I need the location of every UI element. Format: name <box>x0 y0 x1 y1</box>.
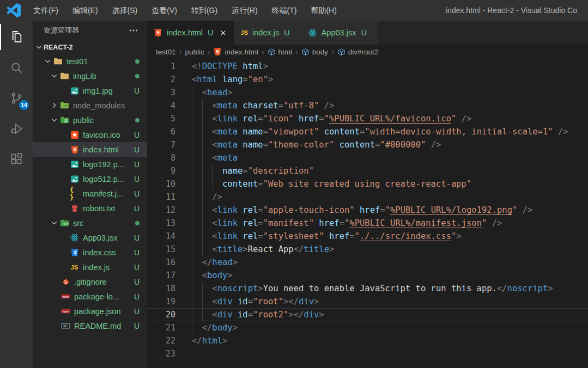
token[interactable]: = <box>258 114 263 124</box>
token[interactable]: charset <box>238 101 278 111</box>
code-line-22[interactable]: 22</html> <box>147 334 588 347</box>
code-line-3[interactable]: 3<head> <box>147 86 588 99</box>
token[interactable]: " <box>482 218 487 228</box>
token[interactable]: link <box>217 231 238 241</box>
token[interactable]: </ <box>202 323 213 333</box>
line-number[interactable]: 15 <box>147 243 175 256</box>
token[interactable]: /> <box>517 205 532 215</box>
tree-item-app03-jsx[interactable]: App03.jsxU <box>33 230 147 245</box>
code-line-20[interactable]: 20<div id="root2"></div> <box>147 308 588 321</box>
token[interactable]: = <box>319 114 324 124</box>
token[interactable]: href <box>324 231 350 241</box>
token[interactable]: = <box>248 310 253 320</box>
token[interactable]: href <box>314 218 340 228</box>
line-content[interactable]: <meta name="theme-color" content="#00000… <box>192 140 441 150</box>
token[interactable]: < <box>212 140 217 150</box>
token[interactable]: React App <box>248 244 294 254</box>
token[interactable]: < <box>212 127 217 137</box>
line-number[interactable]: 12 <box>147 204 175 217</box>
token[interactable]: body <box>212 323 232 333</box>
token[interactable]: = <box>263 140 268 150</box>
line-number[interactable]: 18 <box>147 282 175 295</box>
token[interactable]: /> <box>319 101 334 111</box>
chevron-down-icon[interactable] <box>50 72 59 81</box>
token[interactable]: "apple-touch-icon" <box>263 205 355 215</box>
breadcrumb-item-div-root2[interactable]: div#root2 <box>337 48 379 56</box>
line-content[interactable]: <link rel="apple-touch-icon" href="%PUBL… <box>192 205 532 215</box>
token[interactable]: = <box>375 140 380 150</box>
menu-go[interactable]: 转到(G) <box>184 0 225 21</box>
line-content[interactable]: <!DOCTYPE html> <box>192 62 268 71</box>
token[interactable]: = <box>340 218 344 228</box>
token[interactable]: < <box>202 88 207 97</box>
activity-extensions[interactable] <box>0 144 33 174</box>
token[interactable]: content <box>334 140 375 150</box>
token[interactable]: rel <box>238 218 258 228</box>
token[interactable]: " <box>512 205 517 215</box>
token[interactable]: > <box>227 271 232 280</box>
line-number[interactable]: 22 <box>147 334 175 347</box>
token[interactable]: /> <box>212 192 222 202</box>
code-line-6[interactable]: 6<meta name="viewport" content="width=de… <box>147 125 588 138</box>
line-number[interactable]: 23 <box>147 347 175 360</box>
token[interactable]: html <box>238 62 263 71</box>
token[interactable]: You need to enable JavaScript to run thi… <box>263 284 497 293</box>
token[interactable]: id <box>233 297 248 306</box>
token[interactable]: "viewport" <box>268 127 319 137</box>
line-content[interactable]: <noscript>You need to enable JavaScript … <box>192 284 553 293</box>
token[interactable]: /> <box>426 140 441 150</box>
menu-selection[interactable]: 选择(S) <box>105 0 145 21</box>
token[interactable]: " <box>385 205 390 215</box>
tree-item-package-lo-[interactable]: npmpackage-lo...U <box>33 289 147 304</box>
token[interactable]: = <box>258 231 263 241</box>
token[interactable]: > <box>233 257 238 267</box>
token[interactable]: meta <box>217 140 238 150</box>
token[interactable]: <! <box>192 62 202 71</box>
token[interactable]: </ <box>202 257 213 267</box>
token[interactable]: div <box>299 297 314 306</box>
token[interactable]: < <box>212 101 217 111</box>
token[interactable]: noscript <box>217 284 258 293</box>
code-line-14[interactable]: 14<link rel="stylesheet" href="./../src/… <box>147 230 588 243</box>
line-number[interactable]: 5 <box>147 112 175 125</box>
token[interactable]: name <box>238 127 263 137</box>
token[interactable]: > <box>268 75 273 84</box>
chevron-down-icon[interactable] <box>50 116 59 125</box>
line-number[interactable]: 8 <box>147 151 175 164</box>
code-line-8[interactable]: 8<meta <box>147 151 588 164</box>
activity-search[interactable] <box>0 52 33 83</box>
token[interactable]: head <box>207 88 227 97</box>
line-content[interactable]: content="Web site created using create-r… <box>192 179 471 189</box>
token[interactable]: content <box>222 179 258 189</box>
token[interactable]: > <box>243 244 247 254</box>
tree-item-package-json[interactable]: npmpackage.jsonU <box>33 304 147 318</box>
token[interactable]: < <box>212 284 217 293</box>
code-line-13[interactable]: 13<link rel="manifest" href="%PUBLIC_URL… <box>147 217 588 230</box>
token[interactable]: DOCTYPE <box>202 62 238 71</box>
line-number[interactable]: 21 <box>147 321 175 334</box>
token[interactable]: div <box>304 310 319 320</box>
token[interactable]: /> <box>553 127 568 137</box>
token[interactable]: content <box>319 127 360 137</box>
token[interactable]: = <box>263 127 268 137</box>
token[interactable]: "theme-color" <box>268 140 334 150</box>
tree-item-index-css[interactable]: 3index.cssU <box>33 245 147 260</box>
chevron-down-icon[interactable] <box>44 57 52 66</box>
line-content[interactable]: <meta charset="utf-8" /> <box>192 101 334 111</box>
token[interactable]: < <box>212 231 217 241</box>
token[interactable]: ></ <box>288 310 304 320</box>
token[interactable]: "manifest" <box>263 218 314 228</box>
token[interactable]: "utf-8" <box>283 101 319 111</box>
token[interactable]: id <box>233 310 248 320</box>
token[interactable]: </ <box>497 284 507 293</box>
token[interactable]: "root" <box>253 297 283 306</box>
token[interactable]: rel <box>238 114 258 124</box>
line-number[interactable]: 6 <box>147 125 175 138</box>
code-line-21[interactable]: 21</body> <box>147 321 588 334</box>
menu-terminal[interactable]: 终端(T) <box>265 0 304 21</box>
editor-code[interactable]: 1<!DOCTYPE html>2<html lang="en">3<head>… <box>147 59 588 368</box>
token[interactable]: name <box>222 166 243 176</box>
token[interactable]: = <box>243 166 247 176</box>
line-number[interactable]: 4 <box>147 99 175 112</box>
code-line-1[interactable]: 1<!DOCTYPE html> <box>147 60 588 73</box>
